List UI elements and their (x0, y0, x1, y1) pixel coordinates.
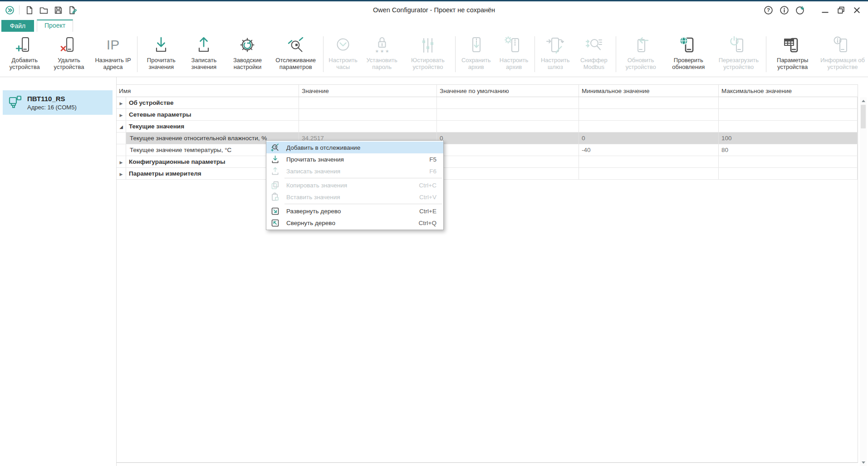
menu-item-add-to-watch[interactable]: Добавить в отслеживание (266, 142, 443, 153)
save-as-icon[interactable] (68, 5, 78, 15)
svg-text:★ ★ ★: ★ ★ ★ (375, 49, 389, 54)
add-device-icon (15, 35, 34, 55)
row-min: -40 (579, 144, 719, 156)
expander-collapsed-icon[interactable] (120, 111, 123, 118)
menu-item-paste-values[interactable]: Вставить значения Ctrl+V (266, 191, 443, 203)
ribbon-sniffer-button[interactable]: Сниффер Modbus (574, 34, 614, 74)
ribbon-group-separator (766, 36, 766, 72)
svg-text:?: ? (767, 7, 770, 13)
menu-separator (284, 204, 442, 204)
ribbon-check-updates-button[interactable]: Проверить обновления (664, 34, 713, 74)
expander-collapsed-icon[interactable] (120, 99, 123, 106)
vertical-scrollbar[interactable] (860, 97, 867, 466)
column-header-max[interactable]: Максимальное значение (719, 85, 858, 97)
update-device-icon (631, 35, 651, 55)
ribbon-group-separator (455, 36, 456, 72)
scroll-down-arrow[interactable] (860, 459, 867, 466)
device-list-item[interactable]: ПВТ110_RS Адрес: 16 (COM5) (3, 90, 113, 115)
read-values-icon (270, 155, 280, 164)
ribbon-group-separator (137, 36, 137, 72)
expander-collapsed-icon[interactable] (120, 170, 123, 177)
about-icon[interactable] (780, 5, 789, 15)
read-values-icon (151, 35, 171, 55)
help-icon[interactable]: ? (764, 5, 773, 15)
add-watch-icon (270, 143, 280, 152)
column-header-min[interactable]: Минимальное значение (579, 85, 719, 97)
menu-separator (284, 178, 442, 178)
menu-item-write-values[interactable]: Записать значения F6 (266, 165, 443, 177)
svg-text:IP: IP (107, 37, 119, 52)
divider (19, 5, 20, 15)
ribbon-device-info-button[interactable]: Информация об устройстве (817, 34, 868, 74)
ribbon-configure-archive-button[interactable]: Настроить архив (495, 34, 533, 74)
table-row[interactable]: Сетевые параметры (117, 109, 858, 121)
open-project-icon[interactable] (39, 5, 49, 15)
table-row[interactable]: Параметры измерителя (117, 168, 858, 180)
row-name[interactable]: Сетевые параметры (126, 109, 299, 120)
ribbon-add-device-button[interactable]: Добавить устройства (2, 34, 47, 74)
ribbon-adjust-device-button[interactable]: Юстировать устройство (402, 34, 453, 74)
ribbon-toolbar: Добавить устройства Удалить устройства I… (0, 32, 868, 77)
quick-access-toolbar (0, 5, 78, 15)
scroll-up-arrow[interactable] (860, 97, 867, 104)
ribbon-set-password-button[interactable]: ★ ★ ★ Установить пароль (361, 34, 402, 74)
minimize-button[interactable] (820, 5, 830, 15)
row-default: 0 (437, 132, 579, 144)
new-project-icon[interactable] (24, 5, 34, 15)
menu-item-read-values[interactable]: Прочитать значения F5 (266, 153, 443, 165)
menu-item-expand-tree[interactable]: Развернуть дерево Ctrl+E (266, 205, 443, 217)
context-menu: Добавить в отслеживание Прочитать значен… (266, 140, 444, 230)
write-values-icon (194, 35, 214, 55)
table-row[interactable]: Текущее значение температуры, °C -40 80 (117, 144, 858, 156)
scrollbar-thumb[interactable] (861, 105, 866, 128)
expander-collapsed-icon[interactable] (120, 158, 123, 165)
device-name: ПВТ110_RS (27, 95, 77, 103)
table-row[interactable]: Конфигурационные параметры (117, 156, 858, 168)
expander-expanded-icon[interactable] (119, 123, 123, 130)
save-archive-icon (466, 35, 486, 55)
table-header: Имя Значение Значение по умолчанию Миним… (117, 85, 858, 97)
parameters-table: Имя Значение Значение по умолчанию Миним… (117, 84, 858, 463)
ribbon-gateway-button[interactable]: Настроить шлюз (537, 34, 574, 74)
menu-item-copy-values[interactable]: Копировать значения Ctrl+C (266, 179, 443, 191)
device-info-icon (833, 35, 853, 55)
ribbon-factory-settings-button[interactable]: Заводские настройки (225, 34, 270, 74)
table-row-selected[interactable]: Текущее значение относительной влажности… (117, 132, 858, 144)
ribbon-device-params-button[interactable]: Параметры устройства (768, 34, 817, 74)
row-name[interactable]: Текущие значения (126, 121, 299, 132)
watch-params-icon (286, 35, 306, 55)
column-header-value[interactable]: Значение (299, 85, 437, 97)
restore-button[interactable] (836, 5, 846, 15)
close-button[interactable] (852, 5, 862, 15)
ribbon-read-values-button[interactable]: Прочитать значения (139, 34, 183, 74)
tab-project[interactable]: Проект (37, 20, 73, 32)
menu-item-collapse-tree[interactable]: Свернуть дерево Ctrl+Q (266, 217, 443, 229)
row-min: 0 (579, 132, 719, 144)
column-header-name[interactable]: Имя (117, 85, 299, 97)
save-project-icon[interactable] (53, 5, 63, 15)
check-update-icon[interactable] (795, 5, 805, 15)
ribbon-write-values-button[interactable]: Записать значения (183, 34, 225, 74)
gateway-icon (545, 35, 565, 55)
ribbon-watch-params-button[interactable]: Отслеживание параметров (270, 34, 321, 74)
row-max: 80 (719, 144, 858, 156)
check-updates-icon (678, 35, 698, 55)
table-row[interactable]: Текущие значения (117, 121, 858, 132)
tab-file[interactable]: Файл (1, 20, 34, 32)
row-default (437, 144, 579, 156)
ribbon-tabs: Файл Проект (0, 19, 868, 32)
device-address: Адрес: 16 (COM5) (27, 104, 77, 111)
row-max: 100 (719, 132, 858, 144)
ribbon-save-archive-button[interactable]: Сохранить архив (457, 34, 495, 74)
ribbon-assign-ip-button[interactable]: IP Назначить IP адреса (91, 34, 136, 74)
ribbon-set-clock-button[interactable]: Настроить часы (325, 34, 361, 74)
column-header-default[interactable]: Значение по умолчанию (437, 85, 579, 97)
ribbon-reboot-device-button[interactable]: Перезагрузить устройство (713, 34, 764, 74)
row-name[interactable]: Об устройстве (126, 97, 299, 108)
factory-settings-icon (237, 35, 257, 55)
ribbon-update-device-button[interactable]: Обновить устройство (618, 34, 663, 74)
password-lock-icon: ★ ★ ★ (372, 35, 392, 55)
window-controls: ? (764, 5, 868, 15)
table-row[interactable]: Об устройстве (117, 97, 858, 109)
ribbon-remove-device-button[interactable]: Удалить устройства (47, 34, 90, 74)
